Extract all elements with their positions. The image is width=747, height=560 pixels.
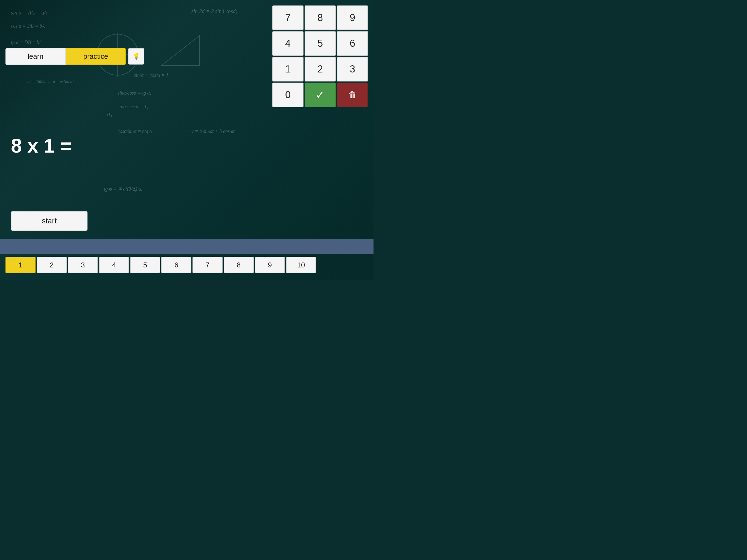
bottom-tab-6[interactable]: 6	[161, 257, 191, 273]
bottom-tab-7[interactable]: 7	[192, 257, 223, 273]
middle-area: 8 x 1 = start	[5, 113, 368, 236]
num-btn-1[interactable]: 1	[272, 57, 304, 81]
bulb-button[interactable]: 💡	[128, 48, 145, 65]
num-btn-9[interactable]: 9	[337, 5, 368, 30]
bottom-tab-8[interactable]: 8	[224, 257, 254, 273]
bottom-tab-2[interactable]: 2	[36, 257, 67, 273]
check-button[interactable]: ✓	[305, 82, 336, 107]
bottom-tab-4[interactable]: 4	[99, 257, 129, 273]
num-btn-6[interactable]: 6	[337, 31, 368, 56]
numpad: 7 8 9 4 5 6 1 2 3 0 ✓ 🗑	[272, 5, 368, 107]
bottom-tab-9[interactable]: 9	[255, 257, 285, 273]
progress-bar	[0, 239, 374, 254]
num-btn-3[interactable]: 3	[337, 57, 368, 81]
num-btn-2[interactable]: 2	[305, 57, 336, 81]
delete-button[interactable]: 🗑	[337, 82, 368, 107]
bottom-tab-10[interactable]: 10	[286, 257, 316, 273]
bottom-tab-3[interactable]: 3	[68, 257, 98, 273]
num-btn-7[interactable]: 7	[272, 5, 304, 30]
equation-display: 8 x 1 =	[11, 134, 363, 157]
start-button[interactable]: start	[11, 211, 87, 231]
num-btn-8[interactable]: 8	[305, 5, 336, 30]
bulb-icon: 💡	[133, 53, 140, 60]
num-btn-0[interactable]: 0	[272, 82, 304, 107]
tab-learn[interactable]: learn	[5, 48, 66, 65]
check-icon: ✓	[315, 88, 325, 101]
top-bar: learn practice 💡 7 8 9 4 5 6 1 2 3 0	[5, 5, 368, 107]
main-content: learn practice 💡 7 8 9 4 5 6 1 2 3 0	[0, 0, 374, 280]
bottom-tab-1[interactable]: 1	[5, 257, 35, 273]
bottom-tab-5[interactable]: 5	[130, 257, 160, 273]
num-btn-5[interactable]: 5	[305, 31, 336, 56]
left-panel: 8 x 1 = start	[5, 113, 368, 236]
bottom-tabs: 1 2 3 4 5 6 7 8 9 10	[5, 254, 368, 275]
tab-practice[interactable]: practice	[66, 48, 126, 65]
trash-icon: 🗑	[349, 90, 357, 100]
num-btn-4[interactable]: 4	[272, 31, 304, 56]
